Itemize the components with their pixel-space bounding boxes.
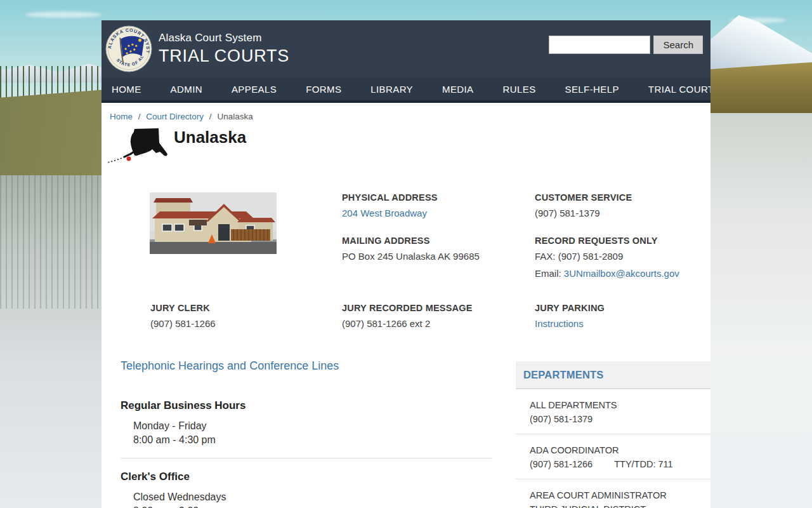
cloud-shape bbox=[25, 11, 102, 18]
mailing-address-block: MAILING ADDRESS PO Box 245 Unalaska AK 9… bbox=[342, 236, 535, 263]
page-title: Unalaska bbox=[174, 128, 246, 163]
background-fog-right bbox=[701, 113, 812, 508]
address-column: PHYSICAL ADDRESS 204 West Broadway MAILI… bbox=[342, 192, 535, 280]
department-item-all-departments[interactable]: ALL DEPARTMENTS (907) 581-1379 bbox=[516, 389, 710, 434]
record-requests-email-link[interactable]: 3UNmailbox@akcourts.gov bbox=[564, 268, 679, 279]
nav-item-rules[interactable]: RULES bbox=[503, 84, 550, 95]
departments-sidebar: DEPARTMENTS ALL DEPARTMENTS (907) 581-13… bbox=[516, 361, 710, 508]
mailing-address-value: PO Box 245 Unalaska AK 99685 bbox=[342, 250, 535, 263]
section-divider bbox=[121, 458, 492, 458]
nav-item-home[interactable]: HOME bbox=[112, 84, 155, 95]
breadcrumb-separator: / bbox=[138, 112, 141, 121]
record-requests-block: RECORD REQUESTS ONLY FAX: (907) 581-2809… bbox=[535, 236, 710, 280]
nav-item-library[interactable]: LIBRARY bbox=[370, 84, 427, 95]
record-requests-fax: FAX: (907) 581-2809 bbox=[535, 250, 710, 263]
lower-section: Telephonic Hearings and Conference Lines… bbox=[102, 359, 710, 508]
courthouse-photo bbox=[150, 192, 277, 254]
department-tty: TTY/TDD: 711 bbox=[614, 459, 672, 469]
nav-item-self-help[interactable]: SELF-HELP bbox=[565, 84, 633, 95]
jury-clerk-label: JURY CLERK bbox=[150, 303, 342, 313]
background-mountain-right bbox=[701, 15, 812, 71]
search-input[interactable] bbox=[549, 36, 650, 54]
customer-service-phone: (907) 581-1379 bbox=[535, 207, 710, 220]
department-item-area-court-administrator[interactable]: AREA COURT ADMINISTRATOR THIRD JUDICIAL … bbox=[516, 479, 710, 508]
page-container: ALASKA COURT SYSTEM STATE OF ALASKA Alas… bbox=[102, 20, 710, 508]
record-requests-email-line: Email: 3UNmailbox@akcourts.gov bbox=[535, 267, 710, 280]
breadcrumb-separator: / bbox=[209, 112, 212, 121]
jury-clerk-phone: (907) 581-1266 bbox=[150, 318, 342, 330]
department-phone: (907) 581-1379 bbox=[530, 412, 707, 426]
breadcrumb-current: Unalaska bbox=[217, 112, 252, 121]
jury-parking-instructions-link[interactable]: Instructions bbox=[535, 318, 584, 329]
unalaska-location-dot bbox=[127, 157, 131, 161]
service-column: CUSTOMER SERVICE (907) 581-1379 RECORD R… bbox=[535, 192, 710, 280]
physical-address-label: PHYSICAL ADDRESS bbox=[342, 192, 535, 203]
department-name: ADA COORDINATOR bbox=[530, 443, 707, 457]
hours-line: Monday - Friday bbox=[133, 419, 516, 433]
physical-address-block: PHYSICAL ADDRESS 204 West Broadway bbox=[342, 192, 535, 220]
physical-address-link[interactable]: 204 West Broadway bbox=[342, 208, 427, 218]
jury-recorded-label: JURY RECORDED MESSAGE bbox=[342, 303, 535, 313]
site-header: ALASKA COURT SYSTEM STATE OF ALASKA Alas… bbox=[102, 20, 710, 77]
brand-main-text: TRIAL COURTS bbox=[159, 46, 289, 66]
hours-line: Closed Wednesdays bbox=[133, 490, 516, 504]
search-button[interactable]: Search bbox=[653, 36, 703, 54]
nav-item-forms[interactable]: FORMS bbox=[306, 84, 355, 95]
department-item-ada-coordinator[interactable]: ADA COORDINATOR (907) 581-1266TTY/TDD: 7… bbox=[516, 434, 710, 479]
brand-block: Alaska Court System TRIAL COURTS bbox=[159, 32, 289, 66]
contact-grid: PHYSICAL ADDRESS 204 West Broadway MAILI… bbox=[102, 192, 710, 280]
title-row: Unalaska bbox=[105, 126, 710, 163]
clerks-office-lines: Closed Wednesdays 8:00 am - 9:00 am bbox=[133, 490, 516, 508]
alaska-map-icon bbox=[105, 126, 169, 163]
regular-hours-lines: Monday - Friday 8:00 am - 4:30 pm bbox=[133, 419, 516, 447]
email-prefix: Email: bbox=[535, 268, 564, 279]
department-district: THIRD JUDICIAL DISTRICT bbox=[530, 502, 707, 508]
nav-item-admin[interactable]: ADMIN bbox=[171, 84, 216, 95]
hours-line: 8:00 am - 4:30 pm bbox=[133, 433, 516, 447]
background-hill-right bbox=[701, 62, 812, 117]
jury-recorded-phone: (907) 581-1266 ext 2 bbox=[342, 318, 535, 330]
search-area: Search bbox=[549, 36, 703, 54]
record-requests-label: RECORD REQUESTS ONLY bbox=[535, 236, 710, 246]
jury-grid: JURY CLERK (907) 581-1266 JURY RECORDED … bbox=[102, 303, 710, 330]
jury-parking-block: JURY PARKING Instructions bbox=[535, 303, 710, 330]
telephonic-hearings-link[interactable]: Telephonic Hearings and Conference Lines bbox=[121, 359, 339, 373]
nav-item-appeals[interactable]: APPEALS bbox=[232, 84, 291, 95]
department-phone-line: (907) 581-1266TTY/TDD: 711 bbox=[530, 457, 707, 471]
department-name: ALL DEPARTMENTS bbox=[530, 398, 707, 412]
jury-clerk-block: JURY CLERK (907) 581-1266 bbox=[150, 303, 342, 330]
nav-item-media[interactable]: MEDIA bbox=[442, 84, 488, 95]
breadcrumb: Home / Court Directory / Unalaska bbox=[102, 103, 710, 121]
breadcrumb-home-link[interactable]: Home bbox=[110, 112, 133, 121]
jury-recorded-block: JURY RECORDED MESSAGE (907) 581-1266 ext… bbox=[342, 303, 535, 330]
clerks-office-title: Clerk's Office bbox=[121, 471, 516, 483]
alaska-court-seal-logo: ALASKA COURT SYSTEM STATE OF ALASKA bbox=[105, 25, 152, 72]
mailing-address-label: MAILING ADDRESS bbox=[342, 236, 535, 246]
customer-service-block: CUSTOMER SERVICE (907) 581-1379 bbox=[535, 192, 710, 220]
hours-line: 8:00 am - 9:00 am bbox=[133, 504, 516, 508]
breadcrumb-court-directory-link[interactable]: Court Directory bbox=[146, 112, 204, 121]
brand-top-text: Alaska Court System bbox=[159, 32, 289, 44]
hours-column: Telephonic Hearings and Conference Lines… bbox=[102, 359, 516, 508]
customer-service-label: CUSTOMER SERVICE bbox=[535, 192, 710, 203]
nav-item-trial-courts[interactable]: TRIAL COURTS bbox=[648, 84, 710, 95]
departments-header: DEPARTMENTS bbox=[516, 361, 710, 389]
main-nav: HOME ADMIN APPEALS FORMS LIBRARY MEDIA R… bbox=[102, 77, 710, 103]
regular-hours-title: Regular Business Hours bbox=[121, 399, 516, 412]
department-phone: (907) 581-1266 bbox=[530, 459, 593, 469]
jury-parking-label: JURY PARKING bbox=[535, 303, 710, 313]
department-name: AREA COURT ADMINISTRATOR bbox=[530, 488, 707, 502]
